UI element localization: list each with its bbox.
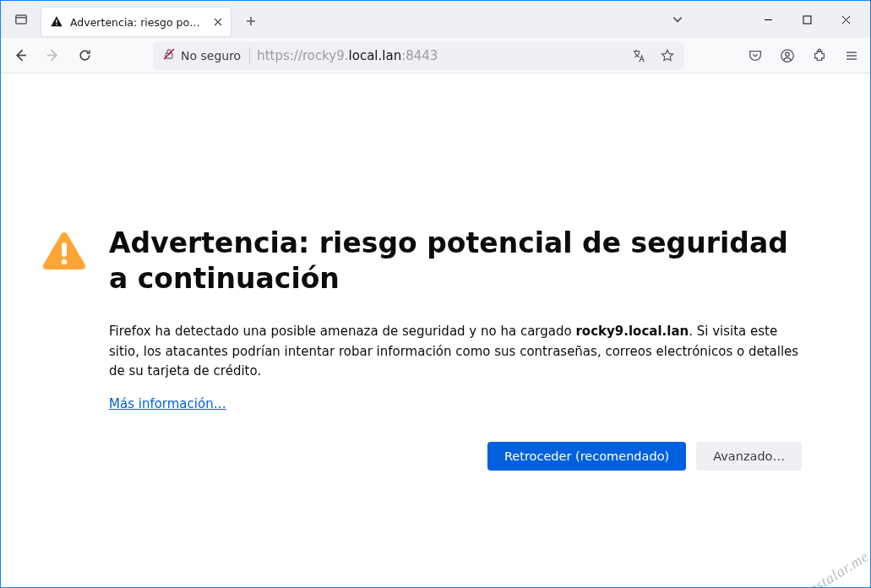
recent-browsing-button[interactable] bbox=[9, 8, 33, 31]
warning-triangle-icon bbox=[41, 231, 87, 275]
svg-rect-3 bbox=[803, 16, 811, 24]
toolbar-right bbox=[688, 42, 865, 69]
svg-rect-8 bbox=[62, 242, 67, 257]
svg-rect-2 bbox=[56, 24, 57, 25]
tab-title: Advertencia: riesgo potencial de bbox=[70, 16, 204, 29]
window-controls bbox=[749, 6, 865, 33]
translate-icon[interactable] bbox=[628, 45, 650, 67]
close-tab-button[interactable] bbox=[210, 14, 226, 30]
svg-point-6 bbox=[786, 52, 790, 55]
page-content: Advertencia: riesgo potencial de segurid… bbox=[1, 74, 870, 587]
app-menu-icon[interactable] bbox=[838, 42, 865, 69]
page-description: Firefox ha detectado una posible amenaza… bbox=[109, 322, 802, 381]
url-text: https://rocky9.local.lan:8443 bbox=[257, 48, 621, 63]
window-close-button[interactable] bbox=[826, 6, 865, 33]
reload-button[interactable] bbox=[70, 41, 99, 70]
svg-point-9 bbox=[62, 259, 67, 264]
warning-icon bbox=[50, 15, 63, 29]
learn-more-link[interactable]: Más información… bbox=[109, 396, 226, 411]
bookmark-star-icon[interactable] bbox=[656, 45, 678, 67]
pocket-icon[interactable] bbox=[742, 42, 769, 69]
extensions-icon[interactable] bbox=[806, 42, 833, 69]
go-back-button[interactable]: Retroceder (recomendado) bbox=[487, 442, 686, 471]
browser-tab[interactable]: Advertencia: riesgo potencial de bbox=[41, 8, 231, 36]
site-identity[interactable]: No seguro bbox=[159, 47, 250, 63]
forward-button[interactable] bbox=[38, 41, 67, 70]
page-heading: Advertencia: riesgo potencial de segurid… bbox=[109, 226, 802, 297]
identity-label: No seguro bbox=[181, 49, 241, 63]
account-icon[interactable] bbox=[774, 42, 801, 69]
list-all-tabs-button[interactable] bbox=[666, 8, 689, 31]
svg-rect-0 bbox=[16, 15, 26, 24]
window-maximize-button[interactable] bbox=[787, 6, 826, 33]
navigation-toolbar: No seguro https://rocky9.local.lan:8443 bbox=[1, 38, 870, 74]
url-bar[interactable]: No seguro https://rocky9.local.lan:8443 bbox=[153, 41, 684, 70]
advanced-button[interactable]: Avanzado… bbox=[696, 442, 802, 471]
svg-rect-1 bbox=[56, 19, 57, 23]
lock-warning-icon bbox=[162, 47, 176, 63]
url-actions bbox=[628, 45, 678, 67]
title-bar: Advertencia: riesgo potencial de bbox=[1, 1, 870, 38]
svg-point-7 bbox=[818, 49, 820, 52]
new-tab-button[interactable] bbox=[239, 9, 263, 33]
window-minimize-button[interactable] bbox=[749, 6, 787, 33]
back-button[interactable] bbox=[6, 41, 35, 70]
